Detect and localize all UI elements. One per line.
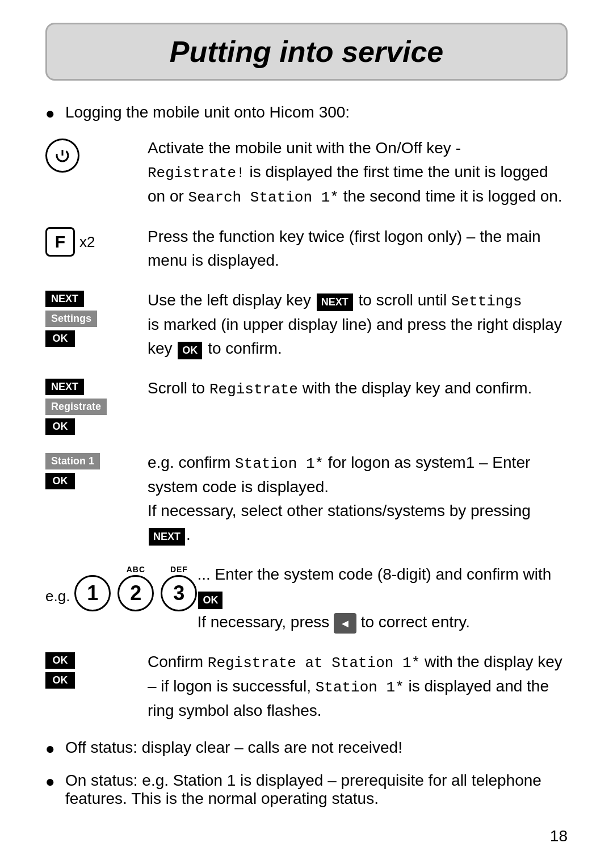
settings-key: Settings — [45, 311, 97, 327]
bullet-on-status: ● On status: e.g. Station 1 is displayed… — [45, 771, 568, 808]
bullet-off-text: Off status: display clear – calls are no… — [65, 739, 402, 757]
ok-key-1: OK — [45, 330, 75, 347]
step-station-text: e.g. confirm Station 1* for logon as sys… — [148, 451, 568, 547]
bullet-logging-text: Logging the mobile unit onto Hicom 300: — [65, 103, 350, 121]
key-col-settings: NEXT Settings OK — [45, 288, 148, 347]
x2-label: x2 — [79, 233, 95, 251]
next-key-1: NEXT — [45, 291, 84, 307]
key-2-wrap: ABC 2 — [117, 565, 154, 611]
key-col-registrate: NEXT Registrate OK — [45, 376, 148, 435]
key-col-confirm: OK OK — [45, 650, 148, 689]
step-confirm: OK OK Confirm Registrate at Station 1* w… — [45, 650, 568, 723]
next-key-2: NEXT — [45, 379, 84, 395]
key-1: 1 — [74, 575, 111, 611]
step-station: Station 1 OK e.g. confirm Station 1* for… — [45, 451, 568, 547]
station-key: Station 1 — [45, 453, 100, 469]
step-confirm-text: Confirm Registrate at Station 1* with th… — [148, 650, 568, 723]
step-registrate: NEXT Registrate OK Scroll to Registrate … — [45, 376, 568, 435]
ok-key-5: OK — [45, 672, 75, 689]
ok-badge-2: OK — [198, 592, 222, 609]
key-3-sub: DEF — [170, 565, 188, 574]
power-key — [45, 139, 79, 173]
bullet-off-status: ● Off status: display clear – calls are … — [45, 739, 568, 758]
key-col-f: F x2 — [45, 225, 148, 257]
bullet-on-text: On status: e.g. Station 1 is displayed –… — [65, 771, 568, 808]
ok-key-3: OK — [45, 473, 75, 489]
step-code: e.g. 1 ABC 2 — [45, 563, 568, 634]
step-fkey: F x2 Press the function key twice (first… — [45, 225, 568, 272]
step-code-text: ... Enter the system code (8-digit) and … — [197, 563, 568, 634]
ok-key-4: OK — [45, 652, 75, 669]
ok-badge-1: OK — [178, 342, 202, 359]
key-3-wrap: DEF 3 — [161, 565, 197, 611]
bullet-icon-2: ● — [45, 740, 55, 758]
next-badge-1: NEXT — [317, 293, 353, 311]
num-key-group: 1 ABC 2 DEF 3 — [74, 565, 197, 611]
step-settings: NEXT Settings OK Use the left display ke… — [45, 288, 568, 360]
bullet-icon-3: ● — [45, 773, 55, 791]
f-key: F — [45, 227, 75, 257]
key-col-numkeys: e.g. 1 ABC 2 — [45, 563, 197, 611]
step-power: Activate the mobile unit with the On/Off… — [45, 136, 568, 209]
step-power-text: Activate the mobile unit with the On/Off… — [148, 136, 568, 209]
page-number: 18 — [550, 827, 568, 845]
step-settings-text: Use the left display key NEXT to scroll … — [148, 288, 568, 360]
registrate-key: Registrate — [45, 399, 107, 415]
eg-label: e.g. — [45, 588, 70, 605]
next-badge-2: NEXT — [149, 528, 185, 546]
key-col-station: Station 1 OK — [45, 451, 148, 489]
bullet-logging: ● Logging the mobile unit onto Hicom 300… — [45, 103, 568, 123]
step-registrate-text: Scroll to Registrate with the display ke… — [148, 376, 568, 401]
key-2-sub: ABC — [127, 565, 145, 574]
key-3: 3 — [161, 575, 197, 611]
page-title: Putting into service — [45, 23, 568, 81]
key-2: 2 — [117, 575, 154, 611]
key-col-power — [45, 136, 148, 173]
backspace-key: ◄ — [334, 613, 356, 634]
ok-key-2: OK — [45, 418, 75, 435]
key-1-wrap: 1 — [74, 575, 111, 611]
step-fkey-text: Press the function key twice (first logo… — [148, 225, 568, 272]
bullet-icon: ● — [45, 104, 55, 123]
